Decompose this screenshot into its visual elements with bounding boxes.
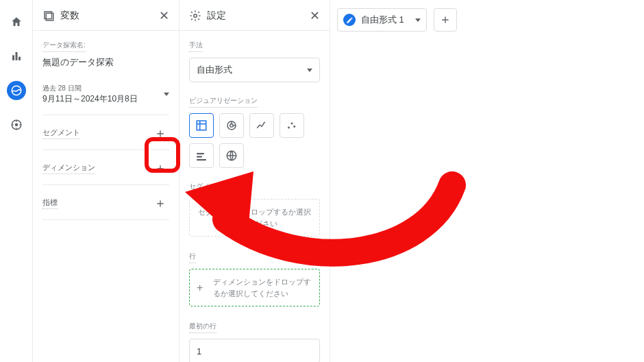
metrics-shelf-label: 指標 <box>42 197 58 209</box>
technique-select[interactable]: 自由形式 <box>189 58 320 82</box>
viz-table-icon[interactable] <box>189 113 214 138</box>
svg-point-5 <box>15 124 17 126</box>
rows-label: 行 <box>189 252 196 263</box>
visualization-picker <box>189 113 320 168</box>
settings-panel: 設定 ✕ 手法 自由形式 ビジュアリゼーション セグメントの比較 セグメントをド… <box>179 0 330 362</box>
technique-value: 自由形式 <box>197 64 232 76</box>
chevron-down-icon <box>164 93 169 96</box>
svg-point-12 <box>288 127 290 129</box>
technique-label: 手法 <box>189 40 203 52</box>
date-range-value: 9月11日～2024年10月8日 <box>42 93 138 105</box>
variables-panel: 変数 ✕ データ探索名: 無題のデータ探索 過去 28 日間 9月11日～202… <box>33 0 179 362</box>
canvas-panel: 自由形式 1 <box>330 0 644 362</box>
svg-point-8 <box>194 14 197 18</box>
visualization-label: ビジュアリゼーション <box>189 96 258 108</box>
tab-bar: 自由形式 1 <box>337 8 636 32</box>
first-row-input[interactable] <box>189 339 320 362</box>
tab-freeform-1[interactable]: 自由形式 1 <box>337 8 427 32</box>
chevron-down-icon <box>415 19 421 22</box>
nav-home-icon[interactable] <box>7 12 26 32</box>
svg-point-11 <box>230 124 234 128</box>
nav-reports-icon[interactable] <box>7 47 26 66</box>
segment-compare-label: セグメントの比較 <box>189 182 244 193</box>
segments-shelf-label: セグメント <box>42 128 80 139</box>
segment-drop-zone[interactable]: セグメントをドロップするか選択してください <box>189 199 320 237</box>
add-tab-button[interactable] <box>434 8 457 32</box>
variables-title: 変数 <box>60 10 79 22</box>
svg-rect-1 <box>15 52 17 60</box>
add-segment-button[interactable] <box>151 125 169 143</box>
date-range-picker[interactable]: 過去 28 日間 9月11日～2024年10月8日 <box>42 81 169 115</box>
gear-icon <box>189 10 201 22</box>
date-range-label: 過去 28 日間 <box>42 84 138 93</box>
pencil-icon <box>343 14 356 26</box>
add-metric-button[interactable] <box>151 195 169 213</box>
dimension-drop-zone[interactable]: ディメンションをドロップするか選択してください <box>189 269 320 306</box>
nav-explore-icon[interactable] <box>7 81 26 100</box>
settings-title: 設定 <box>207 10 226 22</box>
viz-bar-icon[interactable] <box>189 143 214 168</box>
tab-label: 自由形式 1 <box>361 14 404 26</box>
dimensions-shelf-label: ディメンション <box>42 162 95 174</box>
svg-rect-2 <box>18 57 21 60</box>
nav-rail <box>0 0 33 362</box>
svg-rect-0 <box>12 56 14 61</box>
viz-line-icon[interactable] <box>249 113 274 138</box>
viz-donut-icon[interactable] <box>219 113 244 138</box>
variables-icon <box>42 10 55 22</box>
viz-scatter-icon[interactable] <box>280 113 304 138</box>
svg-point-14 <box>293 125 295 128</box>
exploration-name-label: データ探索名: <box>42 40 86 52</box>
svg-point-13 <box>291 123 293 125</box>
add-dimension-button[interactable] <box>151 160 169 178</box>
svg-rect-9 <box>197 121 206 130</box>
viz-geo-icon[interactable] <box>219 143 244 168</box>
exploration-name[interactable]: 無題のデータ探索 <box>42 56 169 69</box>
close-settings-button[interactable]: ✕ <box>310 10 320 22</box>
close-variables-button[interactable]: ✕ <box>159 10 169 22</box>
chevron-down-icon <box>307 69 312 72</box>
first-row-label: 最初の行 <box>189 322 216 333</box>
nav-admin-icon[interactable] <box>7 115 26 134</box>
